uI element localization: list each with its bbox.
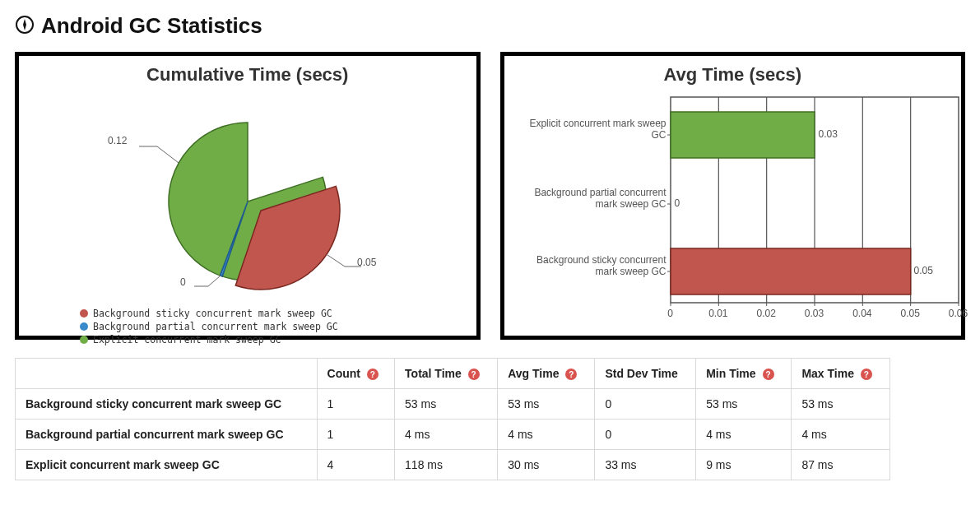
cell-max: 53 ms [792, 389, 890, 420]
th-total: Total Time [395, 359, 498, 389]
cell-min: 4 ms [696, 420, 792, 450]
cell-name: Explicit concurrent mark sweep GC [16, 450, 318, 480]
legend-item-partial: Background partial concurrent mark sweep… [80, 321, 467, 332]
avg-time-panel: Avg Time (secs) [500, 52, 966, 340]
xtick-3: 0.03 [805, 308, 824, 319]
bar-val-explicit: 0.03 [819, 128, 838, 140]
cell-name: Background sticky concurrent mark sweep … [16, 389, 318, 420]
cell-total: 4 ms [395, 420, 498, 450]
help-icon[interactable] [861, 369, 872, 380]
bar-val-sticky: 0.05 [914, 265, 933, 276]
th-std: Std Dev Time [595, 359, 696, 389]
help-icon[interactable] [367, 369, 379, 380]
legend-item-explicit: Explicit concurrent mark sweep GC [80, 334, 467, 345]
pie-label-explicit: 0.12 [108, 135, 127, 146]
xtick-4: 0.04 [852, 308, 871, 319]
cumulative-time-panel: Cumulative Time (secs) 0.12 0.05 0 [15, 52, 481, 340]
cell-avg: 4 ms [498, 420, 595, 450]
xtick-2: 0.02 [756, 308, 775, 319]
pie-label-partial: 0 [180, 276, 186, 288]
pie-chart: 0.12 0.05 0 [29, 90, 467, 304]
xtick-5: 0.05 [900, 308, 919, 319]
help-icon[interactable] [468, 369, 480, 380]
bar-val-partial: 0 [675, 197, 680, 209]
cell-min: 9 ms [696, 450, 792, 480]
page-title: Android GC Statistics [15, 13, 965, 40]
bar-explicit [671, 112, 815, 158]
bars-title: Avg Time (secs) [514, 64, 952, 86]
cell-count: 1 [317, 420, 395, 450]
help-icon[interactable] [565, 369, 577, 380]
th-min: Min Time [696, 359, 792, 389]
cell-std: 33 ms [595, 450, 696, 480]
cell-count: 1 [317, 389, 395, 420]
legend-item-sticky: Background sticky concurrent mark sweep … [80, 308, 467, 319]
pie-legend: Background sticky concurrent mark sweep … [80, 308, 467, 345]
leader-explicit [139, 146, 179, 163]
cell-name: Background partial concurrent mark sweep… [16, 420, 318, 450]
bar-sticky [671, 248, 911, 294]
cell-max: 4 ms [792, 420, 890, 450]
cell-std: 0 [595, 389, 696, 420]
statistics-table: Count Total Time Avg Time Std Dev Time M… [15, 358, 890, 480]
xtick-0: 0 [667, 308, 673, 319]
bar-cat-partial: Background partial concurrent mark sweep… [523, 187, 666, 210]
bar-cat-explicit: Explicit concurrent mark sweep GC [523, 118, 666, 141]
compass-icon [15, 15, 35, 40]
xtick-1: 0.01 [708, 308, 727, 319]
cell-total: 53 ms [395, 389, 498, 420]
help-icon[interactable] [763, 369, 774, 380]
pie-title: Cumulative Time (secs) [29, 64, 467, 86]
charts-row: Cumulative Time (secs) 0.12 0.05 0 [15, 52, 965, 340]
cell-avg: 53 ms [498, 389, 595, 420]
cell-max: 87 ms [792, 450, 890, 480]
pie-label-sticky: 0.05 [357, 257, 376, 268]
xtick-6: 0.06 [949, 308, 968, 319]
th-name [16, 359, 318, 389]
table-row: Explicit concurrent mark sweep GC 4 118 … [16, 450, 890, 480]
cell-count: 4 [317, 450, 395, 480]
cell-std: 0 [595, 420, 696, 450]
th-avg: Avg Time [498, 359, 595, 389]
table-header-row: Count Total Time Avg Time Std Dev Time M… [16, 359, 890, 389]
bar-chart: Explicit concurrent mark sweep GC Backgr… [514, 90, 952, 329]
table-row: Background sticky concurrent mark sweep … [16, 389, 890, 420]
th-count: Count [317, 359, 395, 389]
cell-total: 118 ms [395, 450, 498, 480]
table-row: Background partial concurrent mark sweep… [16, 420, 890, 450]
cell-min: 53 ms [696, 389, 792, 420]
bar-cat-sticky: Background sticky concurrent mark sweep … [523, 254, 666, 277]
th-max: Max Time [792, 359, 890, 389]
leader-sticky [327, 255, 361, 267]
svg-marker-1 [23, 19, 26, 30]
leader-partial [194, 276, 221, 286]
cell-avg: 30 ms [498, 450, 595, 480]
